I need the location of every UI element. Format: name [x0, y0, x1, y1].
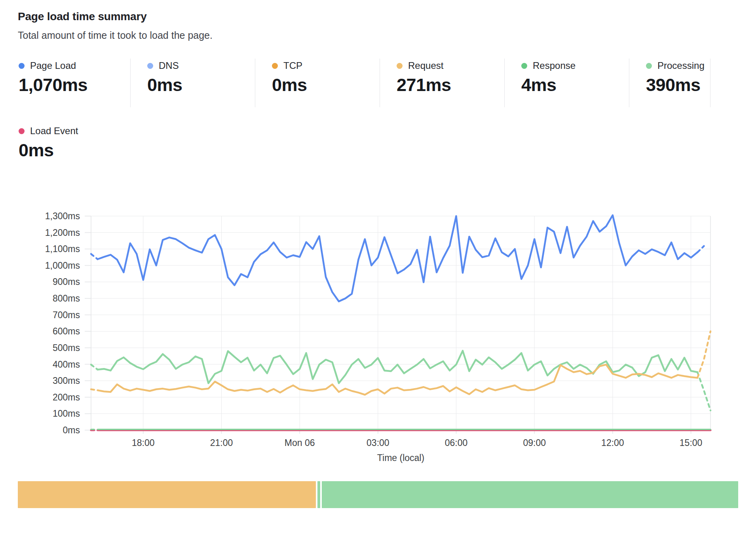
- svg-text:06:00: 06:00: [445, 438, 468, 448]
- tcp-legend-dot-icon: [272, 63, 278, 69]
- svg-text:12:00: 12:00: [601, 438, 624, 448]
- metric-value: 390ms: [646, 75, 710, 95]
- response-legend-dot-icon: [521, 63, 527, 69]
- metric-request: Request 271ms: [380, 59, 505, 107]
- svg-text:500ms: 500ms: [53, 343, 80, 353]
- svg-text:700ms: 700ms: [53, 310, 80, 320]
- metric-label: TCP: [283, 60, 302, 71]
- svg-text:Mon 06: Mon 06: [285, 438, 315, 448]
- scrollbar-segment-sliver[interactable]: [317, 481, 320, 508]
- svg-text:1,200ms: 1,200ms: [45, 228, 80, 238]
- metric-processing: Processing 390ms: [629, 59, 710, 107]
- metric-label: DNS: [159, 60, 179, 71]
- dns-legend-dot-icon: [147, 63, 153, 69]
- chart-canvas[interactable]: 0ms100ms200ms300ms400ms500ms600ms700ms80…: [18, 212, 714, 469]
- metric-value: 1,070ms: [19, 75, 130, 95]
- metric-tcp: TCP 0ms: [255, 59, 380, 107]
- metric-label: Response: [533, 60, 576, 71]
- svg-text:900ms: 900ms: [53, 277, 80, 287]
- metric-dns: DNS 0ms: [131, 59, 255, 107]
- metric-value: 0ms: [272, 75, 380, 95]
- chart-range-scrollbar: [18, 481, 738, 508]
- svg-text:300ms: 300ms: [53, 376, 80, 386]
- metric-load-event: Load Event 0ms: [18, 125, 738, 161]
- svg-text:09:00: 09:00: [523, 438, 546, 448]
- svg-text:0ms: 0ms: [63, 425, 80, 435]
- load-event-legend-dot-icon: [19, 128, 25, 134]
- metric-legend-row: Page Load 1,070ms DNS 0ms TCP 0ms Reques…: [18, 59, 738, 107]
- svg-text:15:00: 15:00: [680, 438, 703, 448]
- metric-label: Load Event: [30, 125, 78, 137]
- page-load-time-chart: 0ms100ms200ms300ms400ms500ms600ms700ms80…: [18, 212, 738, 469]
- page-load-legend-dot-icon: [19, 63, 25, 69]
- svg-text:1,300ms: 1,300ms: [45, 212, 80, 221]
- metric-page-load: Page Load 1,070ms: [18, 59, 131, 107]
- scrollbar-segment-right[interactable]: [322, 481, 738, 508]
- svg-text:400ms: 400ms: [53, 359, 80, 370]
- svg-text:200ms: 200ms: [53, 392, 80, 402]
- request-legend-dot-icon: [397, 63, 403, 69]
- page-subtitle: Total amount of time it took to load the…: [18, 30, 738, 41]
- svg-text:18:00: 18:00: [132, 438, 155, 448]
- metric-value: 4ms: [521, 75, 629, 95]
- svg-text:1,000ms: 1,000ms: [45, 260, 80, 271]
- metric-label: Processing: [657, 60, 705, 71]
- processing-legend-dot-icon: [646, 63, 652, 69]
- scrollbar-segment-left[interactable]: [18, 481, 316, 508]
- page-title: Page load time summary: [18, 10, 738, 23]
- metric-value: 0ms: [19, 140, 738, 161]
- metric-label: Request: [408, 60, 443, 71]
- metric-response: Response 4ms: [505, 59, 629, 107]
- svg-text:100ms: 100ms: [53, 408, 80, 419]
- svg-text:03:00: 03:00: [367, 438, 389, 448]
- svg-text:800ms: 800ms: [53, 293, 80, 304]
- svg-text:Time (local): Time (local): [377, 453, 424, 463]
- metric-label: Page Load: [30, 60, 76, 71]
- metric-value: 271ms: [397, 75, 504, 95]
- svg-text:1,100ms: 1,100ms: [45, 244, 80, 254]
- metric-value: 0ms: [147, 75, 255, 95]
- svg-text:600ms: 600ms: [53, 326, 80, 336]
- svg-text:21:00: 21:00: [210, 438, 233, 448]
